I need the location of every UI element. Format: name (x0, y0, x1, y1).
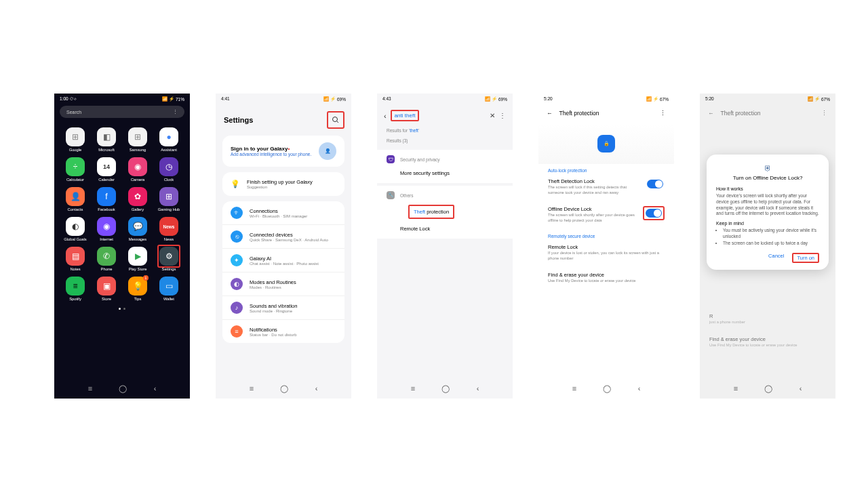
nav-back-icon[interactable]: ‹ (315, 384, 318, 393)
section-remote: Remotely secure device (538, 230, 674, 240)
app-global-goals[interactable]: ◐Global Goals (61, 217, 90, 241)
nav-back-icon[interactable]: ‹ (800, 384, 802, 393)
more-icon[interactable]: ⋮ (499, 112, 506, 119)
row-offline-device-lock[interactable]: Offline Device LockThe screen will lock … (538, 202, 674, 230)
nav-back-icon[interactable]: ‹ (638, 384, 641, 393)
dialog-list: You must be actively using your device w… (716, 228, 819, 246)
app-contacts[interactable]: 👤Contacts (61, 187, 90, 211)
dialog-body: Your device's screen will lock shortly a… (716, 193, 819, 217)
app-phone[interactable]: ✆Phone (92, 247, 121, 271)
settings-row-notifications[interactable]: ≡NotificationsStatus bar · Do not distur… (222, 320, 344, 343)
setup-suggestion[interactable]: 💡 Finish setting up your Galaxy Suggesti… (222, 172, 344, 196)
app-label: Contacts (68, 207, 83, 211)
app-clock[interactable]: ◷Clock (155, 157, 183, 182)
nav-home-icon[interactable]: ◯ (280, 384, 288, 393)
row-find-erase[interactable]: Find & erase your deviceUse Find My Devi… (538, 268, 674, 291)
status-time: 5:20 (544, 96, 553, 102)
app-spotify[interactable]: ≡Spotify (61, 277, 90, 301)
status-bar: 1:00 ⏱⊘ 📶 ⚡71% (54, 94, 190, 103)
nav-back-icon[interactable]: ‹ (154, 384, 157, 393)
app-store[interactable]: ▣Store (92, 277, 121, 301)
nav-bar: ≡ ◯ ‹ (538, 380, 674, 399)
more-icon[interactable]: ⋮ (660, 110, 666, 117)
nav-recent-icon[interactable]: ≡ (88, 384, 92, 393)
result-more-security[interactable]: More security settings (387, 166, 503, 178)
toggle-offline-device-lock[interactable] (646, 209, 662, 218)
settings-row-icon: ⎋ (231, 230, 243, 243)
settings-row-label: Sounds and vibration (250, 303, 297, 309)
app-gallery[interactable]: ✿Gallery (123, 187, 152, 211)
settings-row-connected-devices[interactable]: ⎋Connected devicesQuick Share · Samsung … (222, 225, 344, 249)
turn-on-button[interactable]: Turn on (792, 253, 819, 263)
row-remote-lock[interactable]: Remote LockIf your device is lost or sto… (538, 240, 674, 268)
app-icon: ◐ (66, 217, 85, 236)
app-icon: f (97, 187, 116, 206)
nav-home-icon[interactable]: ◯ (441, 384, 450, 393)
app-icon: 💡1 (128, 277, 147, 296)
screen-settings: 4:41 📶 ⚡69% Settings Sign in to your Gal… (216, 94, 351, 399)
app-gaming-hub[interactable]: ⊞Gaming Hub (155, 187, 183, 211)
app-microsoft[interactable]: ◧Microsoft (92, 127, 121, 152)
back-icon[interactable]: ← (547, 110, 553, 117)
search-term[interactable]: anti theft (391, 110, 420, 121)
app-assistant[interactable]: ●Assistant (155, 127, 183, 152)
nav-home-icon[interactable]: ◯ (764, 384, 772, 393)
app-messages[interactable]: 💬Messages (123, 217, 152, 241)
app-play-store[interactable]: ▶Play Store (123, 247, 152, 271)
app-internet[interactable]: ◉Internet (92, 217, 121, 241)
nav-home-icon[interactable]: ◯ (603, 384, 611, 393)
result-remote-lock[interactable]: Remote Lock (387, 222, 503, 233)
app-icon: ▣ (97, 277, 116, 296)
status-time: 4:43 (382, 96, 391, 102)
app-label: Gaming Hub (158, 207, 180, 211)
search-button[interactable] (328, 113, 343, 127)
nav-recent-icon[interactable]: ≡ (572, 384, 576, 393)
app-news[interactable]: NewsNews (155, 217, 183, 241)
app-label: Global Goals (64, 237, 87, 241)
back-icon[interactable]: ‹ (384, 112, 387, 120)
app-label: Spotify (69, 297, 81, 301)
app-google[interactable]: ⊞Google (61, 127, 90, 152)
app-icon: ✿ (128, 187, 147, 206)
signin-card[interactable]: Sign in to your Galaxy• Add advanced int… (222, 136, 344, 167)
app-samsung[interactable]: ⊞Samsung (123, 127, 152, 152)
app-notes[interactable]: ▤Notes (61, 247, 90, 271)
nav-bar: ≡ ◯ ‹ (700, 380, 835, 399)
more-icon[interactable]: ⋮ (173, 109, 178, 115)
status-bar: 5:20 📶 ⚡67% (538, 94, 674, 103)
settings-row-galaxy-ai[interactable]: ✦Galaxy AIChat assist · Note assist · Ph… (222, 249, 344, 272)
settings-row-modes-and-routines[interactable]: ◐Modes and RoutinesModes · Routines (222, 272, 344, 296)
app-label: Internet (100, 237, 113, 241)
nav-recent-icon[interactable]: ≡ (734, 384, 738, 393)
nav-recent-icon[interactable]: ≡ (411, 384, 415, 393)
app-icon: ≡ (66, 277, 85, 296)
app-camera[interactable]: ◉Camera (123, 157, 152, 182)
clear-icon[interactable]: ✕ (490, 112, 495, 119)
row-theft-detection-lock[interactable]: Theft Detection LockThe screen will lock… (538, 174, 674, 202)
app-icon: 👤 (66, 187, 85, 206)
nav-home-icon[interactable]: ◯ (119, 384, 127, 393)
screen-dialog: 5:20 📶 ⚡67% ← Theft protection ⋮ Rjust a… (700, 94, 835, 399)
settings-row-sounds-and-vibration[interactable]: ♪Sounds and vibrationSound mode · Ringto… (222, 296, 344, 320)
page-indicator (54, 305, 190, 312)
app-facebook[interactable]: fFacebook (92, 187, 121, 211)
app-calendar[interactable]: 14Calendar (92, 157, 121, 182)
settings-row-icon: ◐ (231, 278, 243, 290)
app-label: Tips (134, 297, 142, 301)
settings-row-sub: Quick Share · Samsung DeX · Android Auto (250, 238, 328, 242)
dialog-subhead-how: How it works (716, 186, 819, 191)
app-wallet[interactable]: ▭Wallet (155, 277, 183, 301)
settings-row-connections[interactable]: ᯤConnectionsWi-Fi · Bluetooth · SIM mana… (222, 201, 344, 225)
app-calculator[interactable]: ÷Calculator (61, 157, 90, 182)
app-settings[interactable]: ⚙Settings (155, 247, 183, 271)
cancel-button[interactable]: Cancel (768, 253, 784, 263)
app-icon: ▭ (159, 277, 178, 296)
search-input[interactable]: Search ⋮ (60, 106, 184, 118)
nav-bar: ≡ ◯ ‹ (377, 380, 513, 399)
toggle-theft-detection[interactable] (647, 180, 663, 188)
nav-recent-icon[interactable]: ≡ (250, 384, 254, 393)
result-theft-protection[interactable]: Theft protection (408, 205, 454, 219)
nav-back-icon[interactable]: ‹ (477, 384, 479, 393)
status-icons: 📶 ⚡69% (323, 96, 346, 102)
app-tips[interactable]: 💡1Tips (123, 277, 152, 301)
